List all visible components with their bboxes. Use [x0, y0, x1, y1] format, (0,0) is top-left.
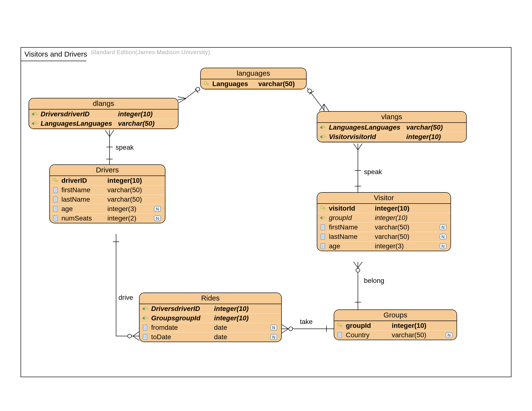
diagram-page: Visual Paradigm for UML Standard Edition… [0, 0, 532, 411]
column-icon [336, 332, 343, 338]
svg-rect-90 [321, 234, 325, 239]
entity-vlangs: vlangs LanguagesLanguages varchar(50) Vi… [317, 111, 467, 142]
attr-type: integer(10) [107, 177, 162, 185]
nullable-icon: N [446, 331, 454, 339]
attr-type: integer(3) [107, 205, 151, 213]
attr-name: lastName [329, 233, 372, 241]
svg-rect-43 [36, 123, 38, 124]
entity-title: vlangs [317, 112, 466, 123]
entity-visitor: Visitor visitorId integer(10) groupId in… [317, 192, 451, 251]
column-icon [142, 334, 149, 340]
nullable-icon: N [270, 333, 279, 341]
entity-rows: DriversdriverID integer(10) LanguagesLan… [29, 110, 178, 129]
attr-type: date [214, 333, 268, 341]
attr-type: integer(10) [118, 110, 176, 118]
fk-icon [319, 124, 326, 130]
svg-text:N: N [156, 216, 159, 221]
svg-rect-117 [143, 334, 147, 340]
attr-name: groupId [329, 214, 372, 222]
svg-text:N: N [442, 225, 445, 230]
entity-drivers: Drivers driverID integer(10) firstName v… [49, 164, 165, 223]
column-icon [52, 187, 59, 193]
entity-title: Rides [140, 293, 281, 304]
svg-rect-126 [341, 325, 342, 327]
attr-type: varchar(50) [118, 120, 176, 127]
attr-name: firstName [329, 223, 372, 231]
fk-icon [31, 121, 38, 126]
svg-rect-63 [53, 206, 57, 212]
nullable-icon: N [154, 215, 162, 222]
svg-rect-70 [53, 216, 57, 221]
attr-type: varchar(50) [406, 123, 464, 131]
attr-name: numSeats [61, 215, 105, 222]
entity-rides: Rides DriversdriverID integer(10) Groups… [139, 292, 282, 342]
attr-name: Languages [212, 80, 256, 88]
attr-name: fromdate [151, 324, 212, 331]
entity-title: Drivers [50, 165, 165, 176]
attr-type: varchar(50) [375, 223, 437, 231]
entity-rows: groupId integer(10) Country varchar(50) … [334, 321, 456, 340]
entity-rows: Languages varchar(50) [201, 79, 306, 89]
fk-icon [319, 215, 326, 221]
column-icon [52, 206, 59, 212]
attr-name: visitorId [329, 205, 372, 212]
svg-text:N: N [442, 234, 445, 239]
nullable-icon: N [439, 243, 448, 250]
attr-type: integer(10) [375, 205, 448, 212]
relation-label-belong: belong [364, 277, 384, 285]
attr-name: DriversdriverID [151, 305, 212, 313]
attr-type: integer(10) [214, 314, 279, 322]
svg-rect-53 [53, 187, 57, 193]
pk-icon [52, 178, 59, 184]
attr-type: integer(3) [375, 242, 437, 250]
svg-rect-110 [143, 325, 147, 330]
svg-rect-83 [321, 224, 325, 230]
entity-rows: driverID integer(10) firstName varchar(5… [50, 176, 165, 223]
attr-name: LanguagesLanguages [41, 120, 116, 127]
attr-name: age [61, 205, 105, 213]
column-icon [52, 196, 59, 203]
attr-name: GroupsgroupId [151, 314, 212, 322]
svg-rect-109 [146, 318, 148, 319]
svg-rect-82 [324, 218, 326, 218]
relation-label-take: take [300, 318, 313, 326]
attr-name: driverID [61, 177, 105, 185]
svg-text:N: N [272, 335, 276, 340]
pk-icon [336, 323, 343, 328]
svg-rect-46 [324, 127, 326, 128]
attr-type: date [214, 324, 268, 331]
entity-groups: Groups groupId integer(10) Country varch… [334, 309, 457, 340]
column-icon [319, 224, 326, 230]
svg-text:N: N [442, 244, 445, 249]
svg-rect-58 [53, 197, 57, 202]
nullable-icon: N [439, 233, 448, 240]
entity-title: Groups [334, 310, 456, 321]
column-icon [319, 234, 326, 240]
svg-marker-47 [320, 135, 322, 138]
entity-rows: LanguagesLanguages varchar(50) Visitorvi… [317, 123, 466, 142]
svg-text:N: N [448, 333, 451, 338]
entity-title: Visitor [317, 193, 450, 204]
nullable-icon: N [439, 224, 448, 231]
attr-type: varchar(50) [258, 80, 304, 88]
entity-dlangs: dlangs DriversdriverID integer(10) Langu… [28, 98, 179, 129]
svg-marker-44 [320, 126, 322, 129]
entity-title: dlangs [29, 98, 178, 110]
fk-icon [142, 306, 149, 312]
svg-rect-52 [57, 180, 57, 182]
svg-marker-107 [142, 317, 144, 320]
attr-type: varchar(50) [392, 331, 443, 339]
attr-name: groupId [346, 322, 389, 329]
attr-type: varchar(50) [107, 186, 162, 194]
relation-label-speak: speak [364, 168, 382, 176]
svg-rect-40 [36, 114, 38, 115]
attr-name: toDate [151, 333, 212, 341]
svg-rect-127 [338, 332, 342, 338]
svg-marker-104 [142, 307, 144, 310]
column-icon [52, 215, 59, 222]
svg-rect-49 [324, 137, 326, 137]
svg-rect-37 [208, 84, 208, 85]
frame-title: Visitors and Drivers [24, 50, 87, 58]
attr-name: age [329, 242, 372, 250]
svg-rect-106 [146, 308, 148, 309]
